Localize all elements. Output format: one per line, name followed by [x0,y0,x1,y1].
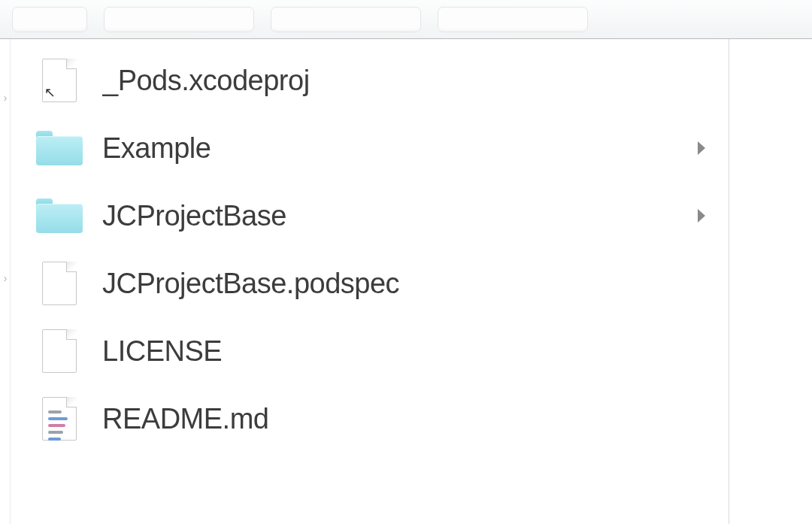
file-name-label: JCProjectBase [102,200,692,232]
toolbar-button-group[interactable] [12,7,87,32]
list-item[interactable]: Example [11,114,729,182]
list-item[interactable]: JCProjectBase.podspec [11,250,729,317]
file-alias-icon: ↗ [33,54,86,107]
file-name-label: LICENSE [102,335,710,368]
list-item[interactable]: README.md [11,385,729,453]
file-text-icon [33,392,86,445]
toolbar-button-group[interactable] [104,7,254,32]
file-column: ↗ _Pods.xcodeproj Example JCProjectBase [11,39,729,524]
toolbar [0,0,812,39]
file-icon [33,257,86,310]
chevron-right-icon [692,140,710,156]
file-list: ↗ _Pods.xcodeproj Example JCProjectBase [11,39,729,453]
file-name-label: JCProjectBase.podspec [102,268,710,300]
file-name-label: Example [102,132,692,165]
file-name-label: _Pods.xcodeproj [102,65,710,97]
list-item[interactable]: ↗ _Pods.xcodeproj [11,47,729,114]
toolbar-button-group[interactable] [438,7,588,32]
gutter-marker: › [0,92,11,159]
toolbar-button-group[interactable] [271,7,421,32]
list-item[interactable]: JCProjectBase [11,182,729,250]
empty-column [729,39,812,524]
folder-icon [33,189,86,242]
list-item[interactable]: LICENSE [11,317,729,385]
left-gutter: › › [0,39,11,524]
file-icon [33,325,86,377]
folder-icon [33,122,86,174]
column-view: › › ↗ _Pods.xcodeproj Example [0,39,812,524]
file-name-label: README.md [102,403,710,435]
chevron-right-icon [692,207,710,224]
gutter-marker: › [0,159,11,295]
